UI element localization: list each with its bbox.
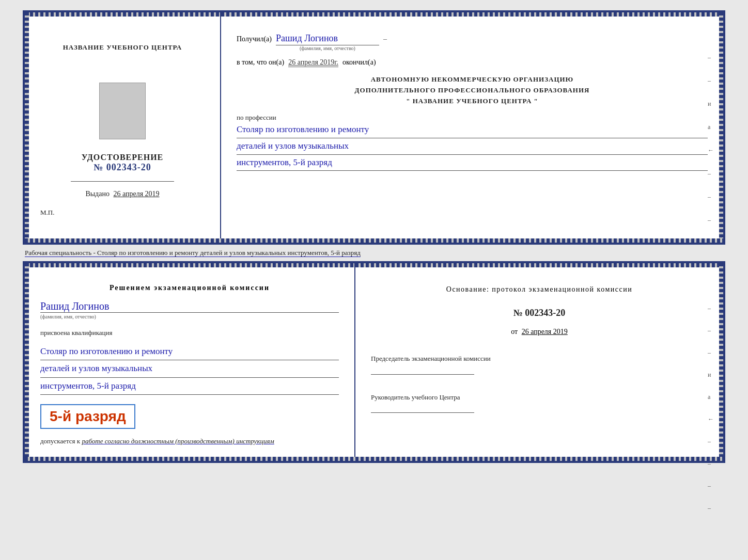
profession-line3: инструментов, 5-й разряд [237, 155, 708, 171]
mp-label: М.П. [40, 209, 54, 227]
photo-placeholder [99, 83, 146, 139]
document-container: НАЗВАНИЕ УЧЕБНОГО ЦЕНТРА УДОСТОВЕРЕНИЕ №… [23, 10, 725, 463]
udostoverenie-label: УДОСТОВЕРЕНИЕ № 002343-20 [82, 153, 164, 173]
recipient-name: Рашид Логинов [276, 33, 379, 45]
vydano-date: 26 апреля 2019 [113, 190, 159, 198]
qualification-line3: инструментов, 5-й разряд [40, 378, 339, 395]
person-name: Рашид Логинов [40, 300, 339, 313]
chairman-label: Председатель экзаменационной комиссии [371, 354, 708, 364]
bottom-document: Решением экзаменационной комиссии Рашид … [23, 261, 725, 463]
recipient-line: Получил(а) Рашид Логинов (фамилия, имя, … [237, 33, 708, 51]
date-line: в том, что он(а) 26 апреля 2019г. окончи… [237, 58, 708, 67]
bottom-side-marks: – – – и а ← – – – – [708, 305, 714, 512]
decision-label: Решением экзаменационной комиссии [40, 284, 339, 292]
profession-line2: деталей и узлов музыкальных [237, 138, 708, 155]
rank-box: 5-й разряд [40, 404, 135, 429]
side-marks: – – и а ← – – – – [708, 54, 714, 247]
qualification-line2: деталей и узлов музыкальных [40, 360, 339, 377]
org-block: АВТОНОМНУЮ НЕКОММЕРЧЕСКУЮ ОРГАНИЗАЦИЮ ДО… [237, 74, 708, 106]
top-document: НАЗВАНИЕ УЧЕБНОГО ЦЕНТРА УДОСТОВЕРЕНИЕ №… [23, 10, 725, 245]
protocol-number: № 002343-20 [371, 308, 708, 318]
protocol-date-value: 26 апреля 2019 [522, 328, 568, 335]
separator-text: Рабочая специальность - Столяр по изгото… [23, 245, 725, 261]
bottom-left-panel: Решением экзаменационной комиссии Рашид … [25, 263, 355, 461]
top-left-panel: НАЗВАНИЕ УЧЕБНОГО ЦЕНТРА УДОСТОВЕРЕНИЕ №… [25, 12, 221, 243]
cert-number: № 002343-20 [82, 162, 164, 173]
date-value: 26 апреля 2019г. [288, 58, 338, 67]
qualification-line1: Столяр по изготовлению и ремонту [40, 343, 339, 360]
chairman-sign-line [371, 374, 474, 375]
bottom-right-panel: Основание: протокол экзаменационной коми… [355, 263, 723, 461]
protocol-date: от 26 апреля 2019 [371, 328, 708, 336]
osnov-label: Основание: протокол экзаменационной коми… [371, 284, 708, 295]
dopusk-value: работе согласно должностным (производств… [82, 437, 274, 445]
rukovod-label: Руководитель учебного Центра [371, 392, 708, 403]
vydano-line: Выдано 26 апреля 2019 [85, 190, 159, 198]
rukovod-block: Руководитель учебного Центра [371, 392, 708, 413]
center-name-label: НАЗВАНИЕ УЧЕБНОГО ЦЕНТРА [63, 43, 182, 52]
chairman-block: Председатель экзаменационной комиссии [371, 354, 708, 375]
dopuskaetsya-line: допускается к работе согласно должностны… [40, 437, 339, 445]
rank-text: 5-й разряд [50, 408, 126, 424]
profession-line1: Столяр по изготовлению и ремонту [237, 122, 708, 138]
qualification-block: Столяр по изготовлению и ремонту деталей… [40, 343, 339, 395]
profession-block: по профессии Столяр по изготовлению и ре… [237, 114, 708, 171]
rukovod-sign-line [371, 412, 474, 413]
top-right-panel: Получил(а) Рашид Логинов (фамилия, имя, … [221, 12, 723, 243]
